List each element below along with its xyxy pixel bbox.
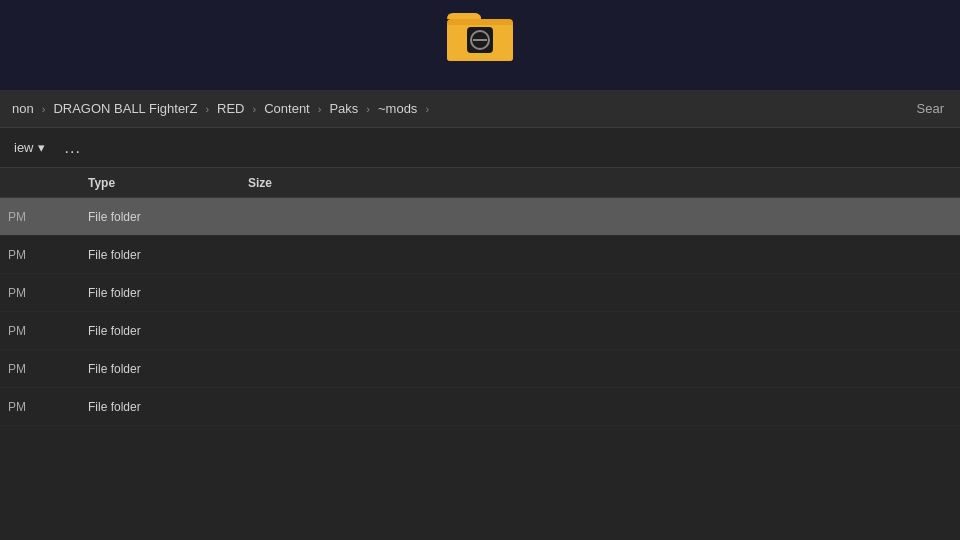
file-type: File folder [84, 400, 244, 414]
file-row[interactable]: PMFile folder [0, 350, 960, 388]
file-date: PM [4, 286, 84, 300]
file-row[interactable]: PMFile folder [0, 198, 960, 236]
file-type: File folder [84, 324, 244, 338]
breadcrumb-item-non[interactable]: non [8, 99, 38, 118]
file-type: File folder [84, 210, 244, 224]
file-row[interactable]: PMFile folder [0, 388, 960, 426]
file-date: PM [4, 324, 84, 338]
file-date: PM [4, 362, 84, 376]
breadcrumb-item-red[interactable]: RED [213, 99, 248, 118]
file-list: PMFile folderPMFile folderPMFile folderP… [0, 198, 960, 540]
breadcrumb-sep-3: › [318, 103, 322, 115]
breadcrumb-item-content[interactable]: Content [260, 99, 314, 118]
view-label: iew [14, 140, 34, 155]
more-options-button[interactable]: ... [59, 137, 87, 159]
view-dropdown-icon: ▾ [38, 140, 45, 155]
col-size-header[interactable]: Size [244, 176, 354, 190]
breadcrumb-sep-0: › [42, 103, 46, 115]
breadcrumb-search[interactable]: Sear [909, 99, 952, 118]
breadcrumb-sep-2: › [253, 103, 257, 115]
file-row[interactable]: PMFile folder [0, 312, 960, 350]
folder-icon-wrapper [445, 5, 515, 68]
main-area: Type Size PMFile folderPMFile folderPMFi… [0, 168, 960, 540]
breadcrumb-bar: non › DRAGON BALL FighterZ › RED › Conte… [0, 90, 960, 128]
folder-icon [445, 5, 515, 65]
breadcrumb-sep-4: › [366, 103, 370, 115]
file-row[interactable]: PMFile folder [0, 236, 960, 274]
breadcrumb-item-dragonball[interactable]: DRAGON BALL FighterZ [49, 99, 201, 118]
view-button[interactable]: iew ▾ [8, 137, 51, 158]
column-headers: Type Size [0, 168, 960, 198]
breadcrumb-item-mods[interactable]: ~mods [374, 99, 421, 118]
file-date: PM [4, 248, 84, 262]
breadcrumb-sep-5: › [425, 103, 429, 115]
col-type-header[interactable]: Type [84, 176, 244, 190]
file-date: PM [4, 210, 84, 224]
file-type: File folder [84, 362, 244, 376]
file-type: File folder [84, 286, 244, 300]
toolbar: iew ▾ ... [0, 128, 960, 168]
file-row[interactable]: PMFile folder [0, 274, 960, 312]
icon-bar [0, 0, 960, 90]
breadcrumb-sep-1: › [205, 103, 209, 115]
file-type: File folder [84, 248, 244, 262]
breadcrumb-item-paks[interactable]: Paks [325, 99, 362, 118]
file-date: PM [4, 400, 84, 414]
